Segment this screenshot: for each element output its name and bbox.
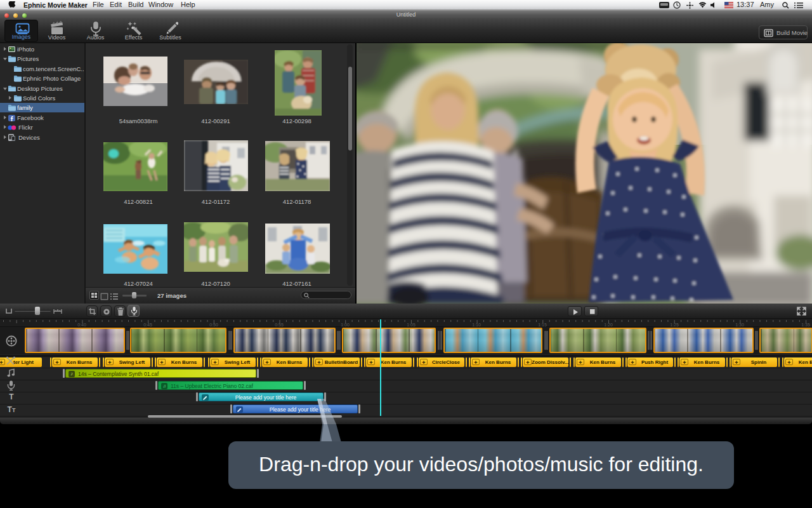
- svg-text:0:50: 0:50: [209, 323, 218, 327]
- svg-text:0:40: 0:40: [77, 323, 86, 327]
- svg-text:1:25: 1:25: [670, 323, 679, 327]
- svg-text:1:00: 1:00: [341, 323, 350, 327]
- svg-text:0:55: 0:55: [275, 323, 284, 327]
- svg-text:1:30: 1:30: [735, 323, 744, 327]
- svg-text:1:05: 1:05: [407, 323, 416, 327]
- svg-text:0:45: 0:45: [143, 323, 152, 327]
- svg-text:1:15: 1:15: [538, 323, 547, 327]
- svg-text:1:20: 1:20: [604, 323, 613, 327]
- svg-text:1:10: 1:10: [472, 323, 481, 327]
- svg-text:1:35: 1:35: [801, 323, 810, 327]
